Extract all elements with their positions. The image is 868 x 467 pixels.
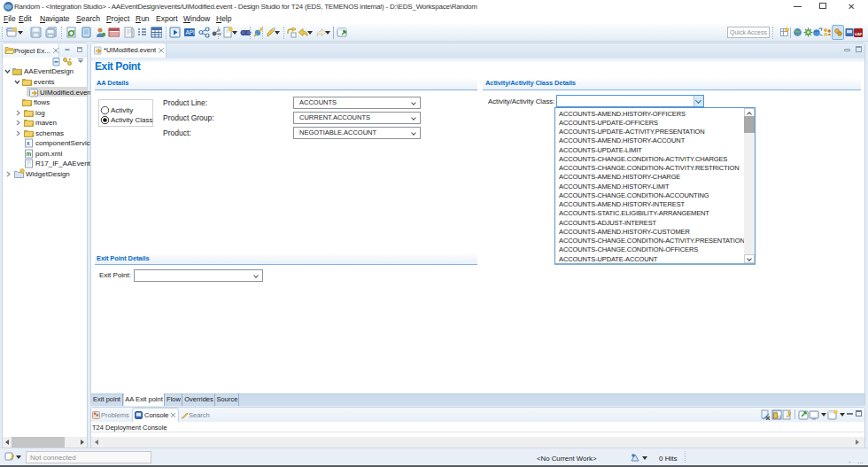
svg-text:m: m — [27, 151, 32, 157]
svg-text:API: API — [185, 29, 195, 35]
svg-text:x: x — [27, 140, 30, 146]
